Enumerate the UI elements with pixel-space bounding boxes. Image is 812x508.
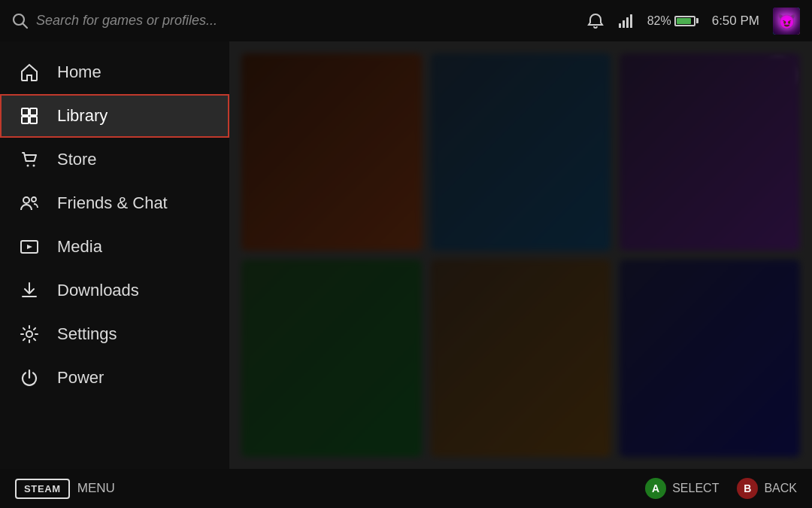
back-label: BACK [764,482,797,495]
avatar-image: 😈 [777,12,796,30]
search-area[interactable]: Search for games or profiles... [12,13,587,29]
signal-icon [617,13,634,29]
svg-rect-3 [623,20,625,28]
svg-point-13 [32,197,36,202]
svg-point-11 [33,165,35,167]
sidebar-power-label: Power [57,368,104,388]
game-grid [229,41,812,469]
battery-icon [674,16,698,26]
clock: 6:50 PM [712,14,759,29]
sidebar-downloads-label: Downloads [57,281,139,300]
svg-rect-2 [619,23,621,28]
home-icon [18,61,41,84]
select-control: A SELECT [645,478,719,499]
sidebar-item-library[interactable]: Library [0,94,229,138]
steam-button[interactable]: STEAM [15,479,70,499]
power-icon [18,367,41,389]
svg-rect-6 [22,108,29,115]
game-card [431,53,611,251]
game-grid-bg [229,41,812,469]
media-icon [18,236,41,258]
search-placeholder: Search for games or profiles... [36,13,217,29]
settings-icon [18,323,41,345]
sidebar: Home Library Store [0,41,229,469]
svg-line-1 [23,23,28,28]
a-button[interactable]: A [645,478,666,499]
friends-icon [18,192,41,214]
back-control: B BACK [737,478,797,499]
sidebar-item-media[interactable]: Media [0,225,229,269]
b-button-label: B [744,482,751,494]
sidebar-item-power[interactable]: Power [0,356,229,400]
avatar[interactable]: 😈 [773,8,800,35]
store-icon [18,148,41,171]
sidebar-media-label: Media [57,237,102,257]
library-icon [18,105,41,127]
battery-percent: 82% [647,14,671,28]
topbar-right: 82% 6:50 PM 😈 [587,8,800,35]
sidebar-store-label: Store [57,150,97,169]
game-card [241,53,422,251]
svg-point-10 [27,165,29,167]
svg-rect-8 [22,117,29,123]
svg-rect-4 [626,17,629,28]
sidebar-friends-label: Friends & Chat [57,193,168,213]
topbar: Search for games or profiles... 82% [0,0,812,41]
game-card [620,260,800,457]
sidebar-settings-label: Settings [57,324,117,344]
b-button[interactable]: B [737,478,758,499]
game-card [620,53,800,251]
svg-rect-5 [630,14,632,28]
sidebar-item-downloads[interactable]: Downloads [0,269,229,312]
battery-area: 82% [647,14,698,28]
sidebar-library-label: Library [57,106,108,126]
bottombar: STEAM MENU A SELECT B BACK [0,469,812,508]
select-label: SELECT [672,482,719,495]
svg-rect-9 [30,117,37,123]
sidebar-item-store[interactable]: Store [0,138,229,181]
a-button-label: A [652,482,659,494]
sidebar-home-label: Home [57,62,102,82]
sidebar-item-home[interactable]: Home [0,50,229,94]
game-card [241,260,422,457]
sidebar-item-friends[interactable]: Friends & Chat [0,181,229,225]
notification-icon[interactable] [587,13,604,29]
sidebar-item-settings[interactable]: Settings [0,312,229,356]
svg-point-15 [26,331,32,337]
bottom-controls: A SELECT B BACK [645,478,797,499]
downloads-icon [18,279,41,302]
game-card [431,260,611,457]
svg-rect-7 [30,108,37,115]
svg-point-12 [23,197,29,203]
search-icon [12,13,29,29]
menu-label: MENU [77,481,115,496]
